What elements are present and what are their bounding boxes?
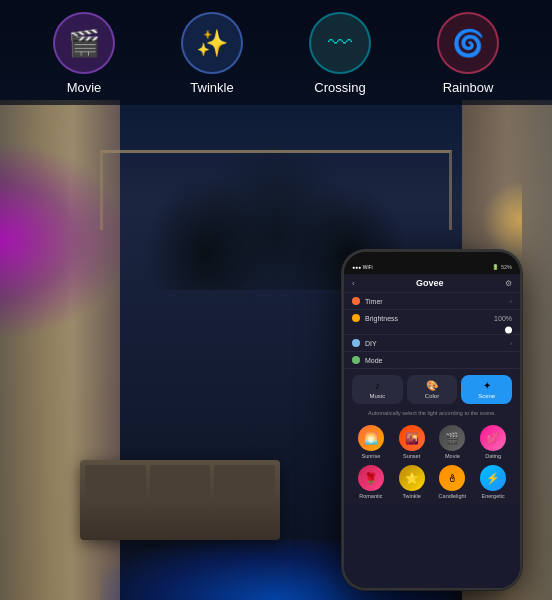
brightness-label: Brightness bbox=[365, 315, 489, 322]
timer-dot bbox=[352, 297, 360, 305]
phone-shell: ●●● WiFi 🔋 52% ‹ Govee ⚙ Timer › bbox=[342, 250, 522, 590]
auto-select-text: Automatically select the light according… bbox=[344, 410, 520, 421]
status-battery: 🔋 52% bbox=[492, 264, 512, 270]
twinkle-icon: ✨ bbox=[196, 28, 228, 59]
tab-color[interactable]: 🎨 Color bbox=[407, 375, 458, 404]
pergola bbox=[100, 150, 452, 230]
music-tab-label: Music bbox=[370, 393, 386, 399]
phone-mockup: ●●● WiFi 🔋 52% ‹ Govee ⚙ Timer › bbox=[342, 250, 522, 590]
color-tab-label: Color bbox=[425, 393, 439, 399]
movie-label: Movie bbox=[67, 80, 102, 95]
romantic-icon: 🌹 bbox=[358, 465, 384, 491]
timer-label: Timer bbox=[365, 298, 505, 305]
menu-list: Timer › Brightness 100% bbox=[344, 293, 520, 369]
rainbow-icon-circle: 🌀 bbox=[437, 12, 499, 74]
crossing-icon: 〰 bbox=[328, 29, 352, 57]
twinkle-label: Twinkle bbox=[190, 80, 233, 95]
movie-icon: 🎬 bbox=[68, 28, 100, 59]
tab-music[interactable]: ♪ Music bbox=[352, 375, 403, 404]
mode-label: Mode bbox=[365, 357, 512, 364]
music-tab-icon: ♪ bbox=[375, 380, 380, 391]
cushion-3 bbox=[214, 465, 275, 505]
top-mode-bar: 🎬 Movie ✨ Twinkle 〰 Crossing 🌀 Rainbow bbox=[0, 0, 552, 105]
mode-item-twinkle[interactable]: ✨ Twinkle bbox=[181, 12, 243, 95]
dating-label: Dating bbox=[485, 453, 501, 459]
rainbow-icon: 🌀 bbox=[452, 28, 484, 59]
crossing-label: Crossing bbox=[314, 80, 365, 95]
timer-menu-item[interactable]: Timer › bbox=[344, 293, 520, 310]
scene-romantic[interactable]: 🌹 Romantic bbox=[352, 465, 390, 499]
brightness-value: 100% bbox=[494, 315, 512, 322]
diy-label: DIY bbox=[365, 340, 505, 347]
movie-icon-circle: 🎬 bbox=[53, 12, 115, 74]
twinkle-icon-circle: ✨ bbox=[181, 12, 243, 74]
mode-item-crossing[interactable]: 〰 Crossing bbox=[309, 12, 371, 95]
scene-sunrise[interactable]: 🌅 Sunrise bbox=[352, 425, 390, 459]
scene-movie[interactable]: 🎬 Movie bbox=[434, 425, 472, 459]
twinkle-scene-icon: ⭐ bbox=[399, 465, 425, 491]
movie-scene-label: Movie bbox=[445, 453, 460, 459]
brightness-menu-item[interactable]: Brightness 100% bbox=[344, 310, 520, 335]
movie-scene-icon: 🎬 bbox=[439, 425, 465, 451]
candlelight-icon: 🕯 bbox=[439, 465, 465, 491]
scene-sunset[interactable]: 🌇 Sunset bbox=[393, 425, 431, 459]
mode-item-rainbow[interactable]: 🌀 Rainbow bbox=[437, 12, 499, 95]
sunrise-icon: 🌅 bbox=[358, 425, 384, 451]
brightness-thumb[interactable] bbox=[505, 327, 512, 334]
scene-candlelight[interactable]: 🕯 Candlelight bbox=[434, 465, 472, 499]
cushion-1 bbox=[85, 465, 146, 505]
phone-notch bbox=[402, 252, 462, 262]
settings-icon[interactable]: ⚙ bbox=[505, 279, 512, 288]
scene-dating[interactable]: 💕 Dating bbox=[474, 425, 512, 459]
scene-grid-row2: 🌹 Romantic ⭐ Twinkle 🕯 Candlelight ⚡ Ene… bbox=[344, 463, 520, 505]
sunrise-label: Sunrise bbox=[362, 453, 381, 459]
twinkle-scene-label: Twinkle bbox=[402, 493, 420, 499]
sunset-icon: 🌇 bbox=[399, 425, 425, 451]
status-time: ●●● WiFi bbox=[352, 264, 373, 270]
scene-tab-icon: ✦ bbox=[483, 380, 491, 391]
candlelight-label: Candlelight bbox=[439, 493, 467, 499]
brightness-dot bbox=[352, 314, 360, 322]
mode-tabs: ♪ Music 🎨 Color ✦ Scene bbox=[344, 369, 520, 410]
app-title: Govee bbox=[355, 278, 505, 288]
dating-icon: 💕 bbox=[480, 425, 506, 451]
rainbow-label: Rainbow bbox=[443, 80, 494, 95]
romantic-label: Romantic bbox=[359, 493, 382, 499]
phone-screen: ●●● WiFi 🔋 52% ‹ Govee ⚙ Timer › bbox=[344, 252, 520, 588]
mode-menu-item[interactable]: Mode bbox=[344, 352, 520, 369]
diy-menu-item[interactable]: DIY › bbox=[344, 335, 520, 352]
energetic-icon: ⚡ bbox=[480, 465, 506, 491]
diy-dot bbox=[352, 339, 360, 347]
tab-scene[interactable]: ✦ Scene bbox=[461, 375, 512, 404]
timer-arrow: › bbox=[510, 298, 512, 305]
scene-grid-row1: 🌅 Sunrise 🌇 Sunset 🎬 Movie 💕 Dating bbox=[344, 421, 520, 463]
diy-arrow: › bbox=[510, 340, 512, 347]
mode-dot bbox=[352, 356, 360, 364]
sunset-label: Sunset bbox=[403, 453, 420, 459]
mode-item-movie[interactable]: 🎬 Movie bbox=[53, 12, 115, 95]
scene-tab-label: Scene bbox=[478, 393, 495, 399]
energetic-label: Energetic bbox=[482, 493, 505, 499]
color-tab-icon: 🎨 bbox=[426, 380, 438, 391]
sofa bbox=[80, 460, 280, 540]
scene-twinkle[interactable]: ⭐ Twinkle bbox=[393, 465, 431, 499]
cushion-2 bbox=[150, 465, 211, 505]
scene-energetic[interactable]: ⚡ Energetic bbox=[474, 465, 512, 499]
app-header: ‹ Govee ⚙ bbox=[344, 274, 520, 293]
crossing-icon-circle: 〰 bbox=[309, 12, 371, 74]
sconce-light bbox=[482, 180, 522, 260]
